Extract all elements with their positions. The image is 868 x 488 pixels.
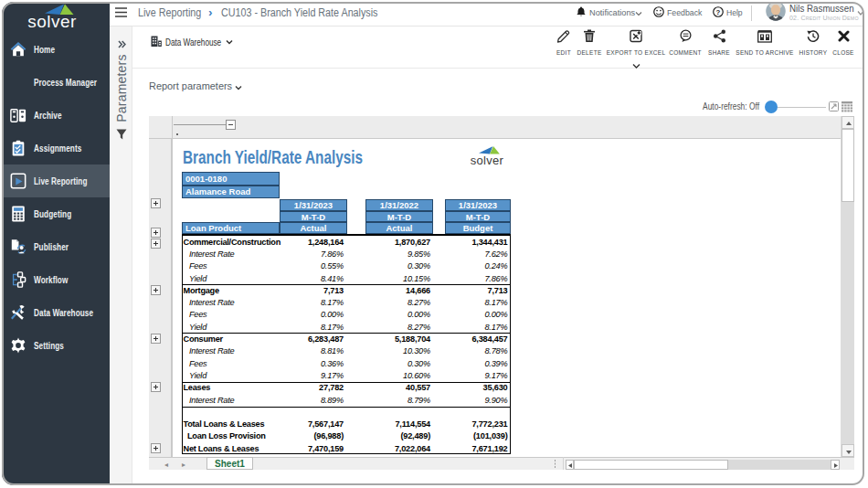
svg-text:?: ? [716, 8, 721, 16]
